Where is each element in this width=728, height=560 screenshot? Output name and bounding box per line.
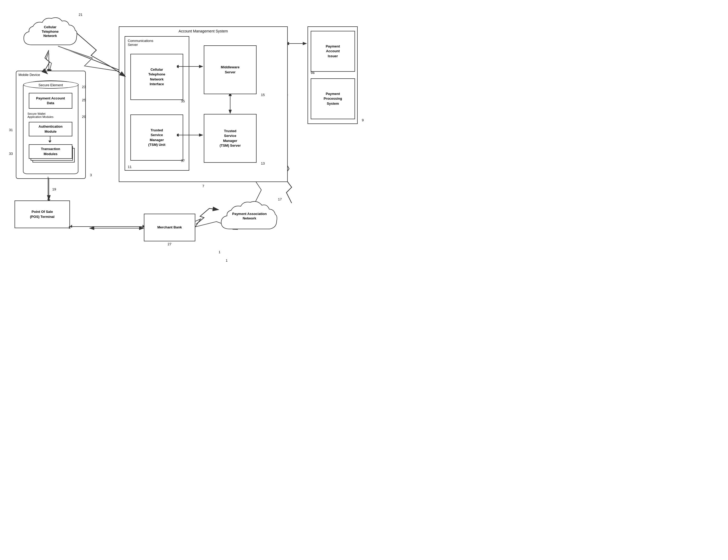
payment-account-data-ref: 25 [82, 98, 86, 102]
tsm-server-box: TrustedServiceManager(TSM) Server [204, 114, 257, 163]
payment-assoc-cloud: Payment AssociationNetwork [219, 198, 280, 238]
tsm-server-label: TrustedServiceManager(TSM) Server [219, 128, 242, 149]
diagram: 1 CellularTelephoneNetwork 21 Mobile Dev… [0, 0, 364, 280]
figure-ref: 1 [226, 259, 228, 263]
lightning-merchant-assoc [195, 206, 221, 227]
comm-server-title: CommunicationsServer [128, 39, 153, 47]
secure-element-label: Secure Element [23, 83, 78, 87]
payment-processing-box: PaymentProcessingSystem [311, 78, 355, 119]
tsm-unit-ref: 37 [181, 159, 185, 163]
ams-title: Account Management System [179, 29, 228, 33]
auth-module-label: AuthenticationModule [37, 123, 64, 135]
cellular-interface-label: CellularTelephoneNetworkInterface [147, 66, 166, 88]
lightning-cellular-comm [75, 32, 128, 84]
mobile-device-ref: 3 [90, 173, 92, 177]
cellular-network-label: CellularTelephoneNetwork [42, 25, 59, 38]
tsm-server-ref: 13 [261, 162, 265, 165]
payment-issuer-box: PaymentAccountIssuer [311, 31, 355, 72]
comm-server-ref: 11 [128, 165, 131, 169]
transaction-modules-ref: 33 [9, 152, 13, 156]
merchant-bank-ref: 27 [168, 242, 171, 246]
pos-terminal: Point Of Sale(POS) Terminal [15, 201, 70, 228]
arrow-interface-middleware [177, 64, 205, 69]
tsm-unit-box: TrustedServiceManager(TSM) Unit [130, 115, 183, 161]
cellular-network-cloud: CellularTelephoneNetwork [21, 13, 79, 54]
auth-module: AuthenticationModule [29, 122, 72, 136]
payment-account-data-label: Payment AccountData [35, 95, 66, 107]
arrow-tsm-unit-server [177, 132, 205, 138]
payment-account-data: Payment AccountData [29, 93, 72, 109]
arrow-device-pos [44, 177, 54, 202]
payment-issuer-container: PaymentAccountIssuer 9a PaymentProcessin… [308, 26, 358, 124]
auth-module-ref: 31 [9, 128, 13, 132]
middleware-server: MiddlewareServer [204, 45, 257, 94]
secure-element-ref: 23 [82, 85, 86, 89]
mobile-device-title: Mobile Device [18, 73, 40, 77]
figure-ref-label: 1 [219, 250, 220, 254]
merchant-bank: Merchant Bank [144, 214, 195, 242]
pos-terminal-label: Point Of Sale(POS) Terminal [29, 209, 56, 220]
payment-issuer-ref: 9a [311, 71, 314, 75]
ams-ref: 7 [202, 184, 204, 188]
payment-assoc-label: Payment AssociationNetwork [232, 212, 267, 220]
arrow-middleware-tsm [228, 94, 233, 115]
cellular-interface-box: CellularTelephoneNetworkInterface [130, 54, 183, 100]
account-management-system: Account Management System 7 Communicatio… [119, 26, 288, 182]
payment-processing-label: PaymentProcessingSystem [323, 91, 343, 107]
tsm-unit-label: TrustedServiceManager(TSM) Unit [147, 127, 167, 148]
secure-wallet-ref: 29 [82, 115, 86, 119]
cellular-interface-ref: 35 [181, 99, 185, 103]
payment-issuer-label: PaymentAccountIssuer [325, 43, 341, 60]
cellular-ref: 21 [79, 13, 82, 17]
lightning-network-device [40, 49, 55, 75]
middleware-ref: 15 [261, 93, 265, 97]
arrow-middleware-issuer [287, 41, 308, 46]
merchant-bank-label: Merchant Bank [156, 224, 183, 231]
secure-wallet-label: Secure WalletApplication Modules [27, 112, 74, 119]
middleware-label: MiddlewareServer [220, 64, 241, 75]
payment-processing-ref: 9 [362, 118, 364, 122]
communications-server: CommunicationsServer 11 CellularTelephon… [125, 36, 189, 171]
transaction-modules-label: TransactionModules [40, 146, 61, 157]
secure-element: Secure Element 23 Payment AccountData 25… [23, 81, 78, 174]
mobile-device-container: Mobile Device 3 Secure Element 23 Paymen… [16, 71, 86, 179]
transaction-modules: TransactionModules [29, 144, 72, 159]
